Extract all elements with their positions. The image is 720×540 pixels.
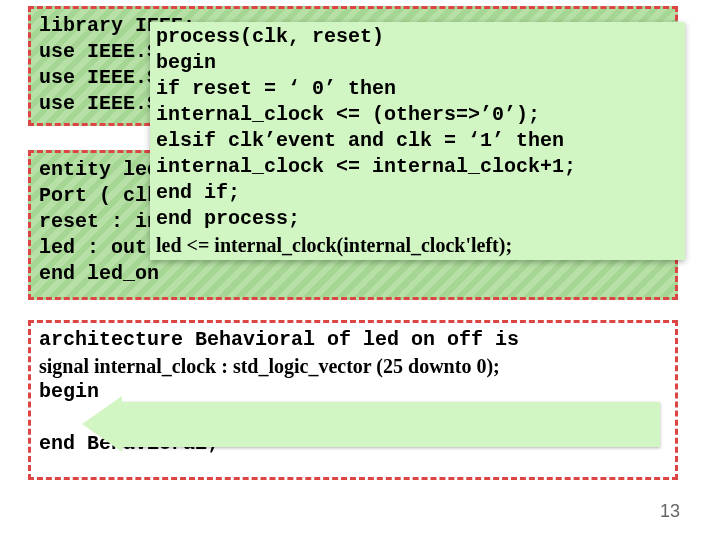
- code-line: end process;: [156, 206, 679, 232]
- code-line: if reset = ‘ 0’ then: [156, 76, 679, 102]
- code-line: process(clk, reset): [156, 24, 679, 50]
- code-line: internal_clock <= (others=>’0’);: [156, 102, 679, 128]
- page-number: 13: [660, 501, 680, 522]
- code-line: end if;: [156, 180, 679, 206]
- code-block-architecture: architecture Behavioral of led on off is…: [28, 320, 678, 480]
- code-line: internal_clock <= internal_clock+1;: [156, 154, 679, 180]
- code-line: begin: [156, 50, 679, 76]
- code-line: signal internal_clock : std_logic_vector…: [39, 353, 667, 379]
- code-line: end led_on: [39, 261, 667, 287]
- code-line: elsif clk’event and clk = ‘1’ then: [156, 128, 679, 154]
- code-line: led <= internal_clock(internal_clock'lef…: [156, 232, 679, 258]
- code-line: architecture Behavioral of led on off is: [39, 327, 667, 353]
- arrow-shape: [120, 402, 660, 447]
- code-block-process-overlay: process(clk, reset) begin if reset = ‘ 0…: [150, 22, 685, 260]
